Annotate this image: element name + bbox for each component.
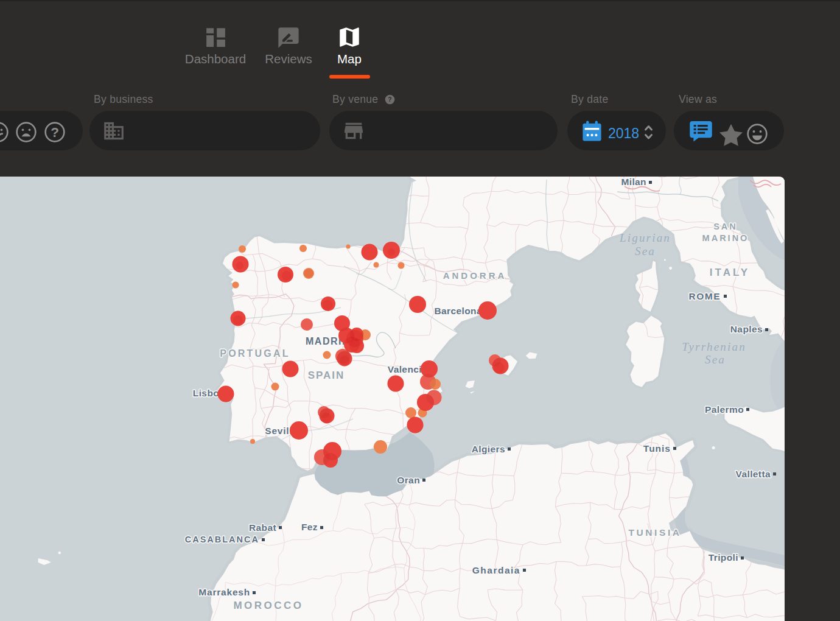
svg-text:Oran: Oran <box>397 475 420 485</box>
svg-text:SPAIN: SPAIN <box>308 370 345 381</box>
svg-text:ROME: ROME <box>689 291 721 301</box>
svg-text:?: ? <box>51 125 59 140</box>
svg-text:Naples: Naples <box>730 324 763 334</box>
svg-text:Barcelona: Barcelona <box>434 306 482 316</box>
svg-text:Ligurian: Ligurian <box>619 231 671 244</box>
svg-text:Marrakesh: Marrakesh <box>198 587 250 597</box>
svg-text:PORTUGAL: PORTUGAL <box>220 348 290 359</box>
svg-text:Rabat: Rabat <box>249 522 276 533</box>
svg-text:SAN: SAN <box>713 222 738 231</box>
svg-text:Sea: Sea <box>705 353 726 366</box>
svg-text:Valletta: Valletta <box>736 469 771 479</box>
svg-text:CASABLANCA: CASABLANCA <box>185 535 259 544</box>
svg-text:ITALY: ITALY <box>710 267 750 278</box>
svg-text:Tripoli: Tripoli <box>709 552 738 563</box>
svg-text:Palermo: Palermo <box>705 404 744 415</box>
svg-text:Tunis: Tunis <box>643 443 671 454</box>
svg-text:ANDORRA: ANDORRA <box>443 270 507 281</box>
svg-text:MARINO: MARINO <box>702 233 749 243</box>
svg-text:Tyrrhenian: Tyrrhenian <box>682 340 746 353</box>
svg-text:TUNISIA: TUNISIA <box>628 527 681 538</box>
svg-text:?: ? <box>388 96 391 103</box>
svg-text:Sea: Sea <box>635 245 656 258</box>
svg-text:Algiers: Algiers <box>472 444 505 454</box>
svg-text:MOROCCO: MOROCCO <box>233 600 303 611</box>
svg-text:Ghardaia: Ghardaia <box>472 565 520 575</box>
svg-text:Fez: Fez <box>301 522 318 532</box>
svg-text:Milan: Milan <box>621 177 646 187</box>
